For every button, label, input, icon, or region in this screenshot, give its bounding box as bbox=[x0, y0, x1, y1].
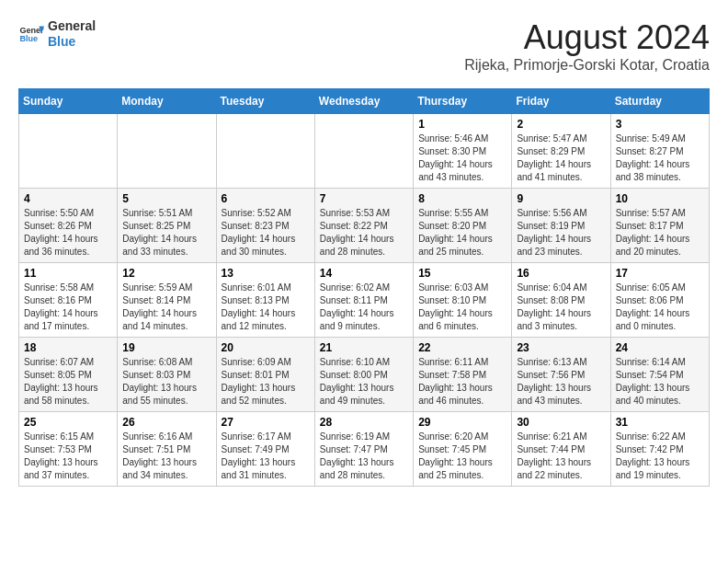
calendar-week-row: 25Sunrise: 6:15 AMSunset: 7:53 PMDayligh… bbox=[19, 412, 710, 487]
day-number: 17 bbox=[616, 267, 704, 280]
weekday-header-wednesday: Wednesday bbox=[314, 89, 413, 114]
title-section: August 2024 Rijeka, Primorje-Gorski Kota… bbox=[464, 18, 710, 74]
weekday-header-saturday: Saturday bbox=[610, 89, 709, 114]
calendar-cell: 25Sunrise: 6:15 AMSunset: 7:53 PMDayligh… bbox=[19, 412, 118, 487]
day-info: Sunrise: 5:52 AMSunset: 8:23 PMDaylight:… bbox=[222, 207, 310, 259]
day-info: Sunrise: 5:47 AMSunset: 8:29 PMDaylight:… bbox=[517, 132, 605, 184]
calendar-cell: 26Sunrise: 6:16 AMSunset: 7:51 PMDayligh… bbox=[118, 412, 216, 487]
day-number: 20 bbox=[222, 341, 310, 354]
day-number: 8 bbox=[418, 192, 506, 205]
day-number: 5 bbox=[122, 192, 210, 205]
header: General Blue General Blue August 2024 Ri… bbox=[18, 18, 710, 74]
calendar-cell: 28Sunrise: 6:19 AMSunset: 7:47 PMDayligh… bbox=[314, 412, 413, 487]
day-info: Sunrise: 5:56 AMSunset: 8:19 PMDaylight:… bbox=[517, 207, 605, 259]
day-info: Sunrise: 6:01 AMSunset: 8:13 PMDaylight:… bbox=[222, 282, 310, 333]
day-info: Sunrise: 6:21 AMSunset: 7:44 PMDaylight:… bbox=[517, 431, 605, 482]
calendar-cell: 1Sunrise: 5:46 AMSunset: 8:30 PMDaylight… bbox=[414, 114, 512, 189]
calendar-cell: 31Sunrise: 6:22 AMSunset: 7:42 PMDayligh… bbox=[610, 412, 709, 487]
day-number: 7 bbox=[320, 192, 408, 205]
day-number: 21 bbox=[320, 341, 408, 354]
calendar-cell bbox=[118, 114, 216, 189]
calendar-cell: 24Sunrise: 6:14 AMSunset: 7:54 PMDayligh… bbox=[610, 338, 709, 412]
day-info: Sunrise: 6:07 AMSunset: 8:05 PMDaylight:… bbox=[24, 356, 112, 408]
calendar-cell: 13Sunrise: 6:01 AMSunset: 8:13 PMDayligh… bbox=[216, 263, 314, 338]
day-info: Sunrise: 6:17 AMSunset: 7:49 PMDaylight:… bbox=[222, 431, 310, 482]
day-number: 18 bbox=[24, 341, 112, 354]
day-number: 24 bbox=[616, 341, 704, 354]
logo-icon: General Blue bbox=[18, 21, 44, 47]
day-number: 28 bbox=[320, 416, 408, 429]
calendar-cell: 8Sunrise: 5:55 AMSunset: 8:20 PMDaylight… bbox=[414, 189, 512, 263]
calendar-cell: 16Sunrise: 6:04 AMSunset: 8:08 PMDayligh… bbox=[512, 263, 610, 338]
day-number: 3 bbox=[616, 118, 704, 131]
weekday-header-row: SundayMondayTuesdayWednesdayThursdayFrid… bbox=[19, 89, 710, 114]
day-info: Sunrise: 6:09 AMSunset: 8:01 PMDaylight:… bbox=[222, 356, 310, 408]
weekday-header-monday: Monday bbox=[118, 89, 216, 114]
day-info: Sunrise: 6:13 AMSunset: 7:56 PMDaylight:… bbox=[517, 356, 605, 408]
calendar-cell: 21Sunrise: 6:10 AMSunset: 8:00 PMDayligh… bbox=[314, 338, 413, 412]
day-info: Sunrise: 5:49 AMSunset: 8:27 PMDaylight:… bbox=[616, 132, 704, 184]
day-info: Sunrise: 5:50 AMSunset: 8:26 PMDaylight:… bbox=[24, 207, 112, 259]
day-info: Sunrise: 5:51 AMSunset: 8:25 PMDaylight:… bbox=[122, 207, 210, 259]
day-info: Sunrise: 6:15 AMSunset: 7:53 PMDaylight:… bbox=[24, 431, 112, 482]
day-info: Sunrise: 5:55 AMSunset: 8:20 PMDaylight:… bbox=[418, 207, 506, 259]
day-info: Sunrise: 6:10 AMSunset: 8:00 PMDaylight:… bbox=[320, 356, 408, 408]
calendar-cell bbox=[216, 114, 314, 189]
day-number: 6 bbox=[222, 192, 310, 205]
logo-general: General bbox=[48, 18, 96, 33]
day-number: 29 bbox=[418, 416, 506, 429]
day-info: Sunrise: 6:16 AMSunset: 7:51 PMDaylight:… bbox=[122, 431, 210, 482]
logo: General Blue General Blue bbox=[18, 18, 96, 50]
calendar-cell: 23Sunrise: 6:13 AMSunset: 7:56 PMDayligh… bbox=[512, 338, 610, 412]
day-info: Sunrise: 5:59 AMSunset: 8:14 PMDaylight:… bbox=[122, 282, 210, 333]
month-year: August 2024 bbox=[464, 18, 710, 57]
logo-blue: Blue bbox=[48, 34, 75, 49]
calendar-week-row: 18Sunrise: 6:07 AMSunset: 8:05 PMDayligh… bbox=[19, 338, 710, 412]
weekday-header-thursday: Thursday bbox=[414, 89, 512, 114]
calendar-cell bbox=[314, 114, 413, 189]
calendar-cell: 7Sunrise: 5:53 AMSunset: 8:22 PMDaylight… bbox=[314, 189, 413, 263]
calendar-cell: 18Sunrise: 6:07 AMSunset: 8:05 PMDayligh… bbox=[19, 338, 118, 412]
day-info: Sunrise: 6:11 AMSunset: 7:58 PMDaylight:… bbox=[418, 356, 506, 408]
day-info: Sunrise: 6:03 AMSunset: 8:10 PMDaylight:… bbox=[418, 282, 506, 333]
calendar-cell: 30Sunrise: 6:21 AMSunset: 7:44 PMDayligh… bbox=[512, 412, 610, 487]
day-info: Sunrise: 6:22 AMSunset: 7:42 PMDaylight:… bbox=[616, 431, 704, 482]
calendar-cell: 19Sunrise: 6:08 AMSunset: 8:03 PMDayligh… bbox=[118, 338, 216, 412]
calendar-cell: 15Sunrise: 6:03 AMSunset: 8:10 PMDayligh… bbox=[414, 263, 512, 338]
weekday-header-sunday: Sunday bbox=[19, 89, 118, 114]
calendar-cell: 9Sunrise: 5:56 AMSunset: 8:19 PMDaylight… bbox=[512, 189, 610, 263]
calendar-table: SundayMondayTuesdayWednesdayThursdayFrid… bbox=[18, 88, 710, 487]
day-info: Sunrise: 6:19 AMSunset: 7:47 PMDaylight:… bbox=[320, 431, 408, 482]
calendar-cell: 3Sunrise: 5:49 AMSunset: 8:27 PMDaylight… bbox=[610, 114, 709, 189]
calendar-cell: 14Sunrise: 6:02 AMSunset: 8:11 PMDayligh… bbox=[314, 263, 413, 338]
calendar-cell: 20Sunrise: 6:09 AMSunset: 8:01 PMDayligh… bbox=[216, 338, 314, 412]
day-info: Sunrise: 6:08 AMSunset: 8:03 PMDaylight:… bbox=[122, 356, 210, 408]
weekday-header-friday: Friday bbox=[512, 89, 610, 114]
day-number: 2 bbox=[517, 118, 605, 131]
day-number: 31 bbox=[616, 416, 704, 429]
day-number: 25 bbox=[24, 416, 112, 429]
calendar-cell: 27Sunrise: 6:17 AMSunset: 7:49 PMDayligh… bbox=[216, 412, 314, 487]
day-info: Sunrise: 6:14 AMSunset: 7:54 PMDaylight:… bbox=[616, 356, 704, 408]
day-number: 4 bbox=[24, 192, 112, 205]
day-number: 14 bbox=[320, 267, 408, 280]
day-number: 26 bbox=[122, 416, 210, 429]
day-number: 11 bbox=[24, 267, 112, 280]
calendar-cell: 2Sunrise: 5:47 AMSunset: 8:29 PMDaylight… bbox=[512, 114, 610, 189]
calendar-cell: 29Sunrise: 6:20 AMSunset: 7:45 PMDayligh… bbox=[414, 412, 512, 487]
day-number: 22 bbox=[418, 341, 506, 354]
weekday-header-tuesday: Tuesday bbox=[216, 89, 314, 114]
day-info: Sunrise: 6:05 AMSunset: 8:06 PMDaylight:… bbox=[616, 282, 704, 333]
day-number: 12 bbox=[122, 267, 210, 280]
day-number: 13 bbox=[222, 267, 310, 280]
svg-text:Blue: Blue bbox=[19, 34, 38, 43]
day-info: Sunrise: 5:58 AMSunset: 8:16 PMDaylight:… bbox=[24, 282, 112, 333]
day-number: 27 bbox=[222, 416, 310, 429]
location: Rijeka, Primorje-Gorski Kotar, Croatia bbox=[464, 57, 710, 74]
calendar-week-row: 11Sunrise: 5:58 AMSunset: 8:16 PMDayligh… bbox=[19, 263, 710, 338]
day-number: 10 bbox=[616, 192, 704, 205]
day-number: 30 bbox=[517, 416, 605, 429]
day-info: Sunrise: 6:04 AMSunset: 8:08 PMDaylight:… bbox=[517, 282, 605, 333]
day-number: 15 bbox=[418, 267, 506, 280]
day-number: 16 bbox=[517, 267, 605, 280]
